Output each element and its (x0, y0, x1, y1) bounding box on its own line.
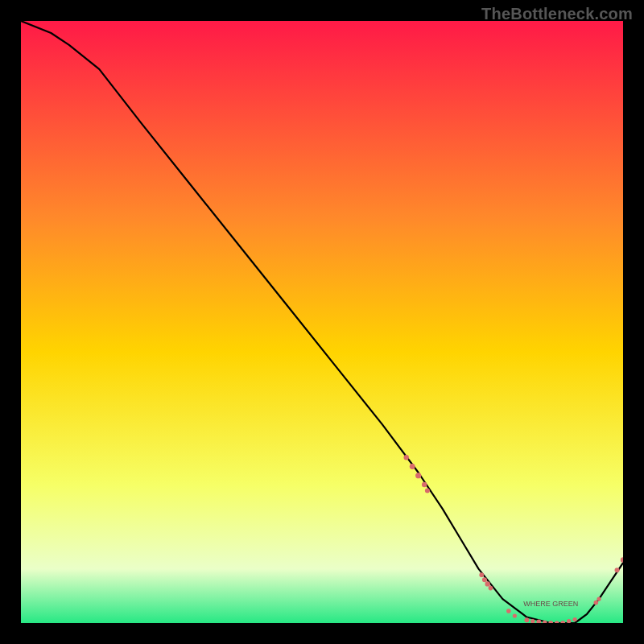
data-marker (524, 617, 529, 622)
data-marker (422, 482, 427, 487)
plot-svg: WHERE GREEN (21, 21, 623, 623)
data-marker (489, 586, 493, 591)
data-marker (425, 488, 430, 493)
data-marker (615, 568, 620, 572)
data-marker (485, 581, 490, 586)
gradient-background (21, 21, 623, 623)
data-marker (513, 613, 517, 617)
data-marker (410, 464, 415, 469)
data-marker (415, 473, 421, 478)
plot-area: WHERE GREEN (21, 21, 623, 623)
data-marker (404, 455, 409, 460)
data-marker (597, 597, 601, 601)
data-marker (482, 577, 487, 582)
data-marker (506, 609, 511, 613)
chart-frame: TheBottleneck.com WHERE GREEN (0, 0, 644, 644)
data-marker (479, 572, 484, 577)
data-marker (594, 601, 599, 605)
valley-label: WHERE GREEN (523, 600, 578, 608)
data-marker (573, 617, 577, 621)
